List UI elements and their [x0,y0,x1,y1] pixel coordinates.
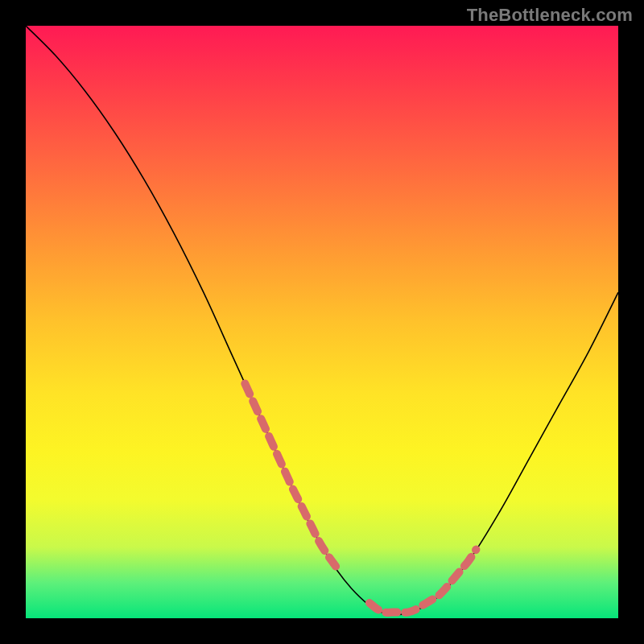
curve-svg [26,26,618,618]
bottleneck-curve [26,26,618,615]
chart-frame: TheBottleneck.com [0,0,644,644]
plot-area [26,26,618,618]
highlight-right-dashed [369,550,477,613]
highlight-left-dashed [245,384,340,572]
watermark-text: TheBottleneck.com [467,5,633,26]
